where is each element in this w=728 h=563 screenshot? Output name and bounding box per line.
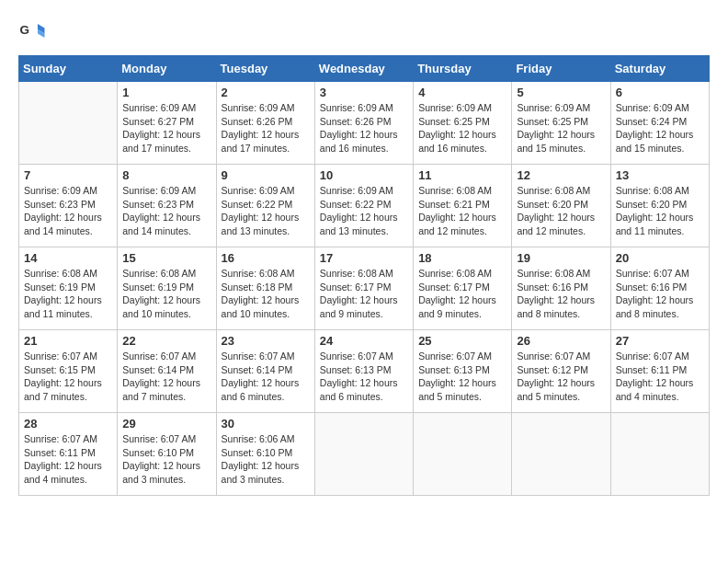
day-number: 8: [122, 168, 210, 182]
calendar-cell: 14Sunrise: 6:08 AMSunset: 6:19 PMDayligh…: [19, 247, 118, 330]
day-number: 29: [122, 417, 210, 431]
calendar: SundayMondayTuesdayWednesdayThursdayFrid…: [18, 55, 710, 496]
day-info: Sunrise: 6:09 AMSunset: 6:23 PMDaylight:…: [122, 184, 210, 238]
day-info: Sunrise: 6:07 AMSunset: 6:13 PMDaylight:…: [418, 350, 506, 404]
day-number: 4: [418, 86, 506, 99]
header: G: [18, 18, 710, 46]
day-info: Sunrise: 6:08 AMSunset: 6:16 PMDaylight:…: [517, 267, 605, 321]
logo-icon: G: [18, 18, 46, 46]
calendar-header-saturday: Saturday: [610, 56, 709, 82]
day-info: Sunrise: 6:09 AMSunset: 6:23 PMDaylight:…: [24, 184, 112, 238]
day-info: Sunrise: 6:09 AMSunset: 6:26 PMDaylight:…: [222, 101, 310, 155]
day-number: 23: [222, 334, 310, 348]
day-number: 20: [616, 251, 704, 265]
calendar-cell: 26Sunrise: 6:07 AMSunset: 6:12 PMDayligh…: [512, 330, 610, 413]
calendar-header-thursday: Thursday: [414, 56, 512, 82]
day-info: Sunrise: 6:08 AMSunset: 6:17 PMDaylight:…: [418, 267, 506, 321]
day-info: Sunrise: 6:08 AMSunset: 6:18 PMDaylight:…: [222, 267, 310, 321]
day-info: Sunrise: 6:08 AMSunset: 6:20 PMDaylight:…: [616, 184, 704, 238]
day-info: Sunrise: 6:08 AMSunset: 6:17 PMDaylight:…: [320, 267, 408, 321]
day-number: 3: [320, 86, 408, 99]
calendar-cell: [414, 413, 512, 496]
day-number: 11: [418, 168, 506, 182]
day-number: 27: [616, 334, 704, 348]
calendar-week-4: 21Sunrise: 6:07 AMSunset: 6:15 PMDayligh…: [19, 330, 710, 413]
calendar-cell: 6Sunrise: 6:09 AMSunset: 6:24 PMDaylight…: [610, 82, 709, 165]
day-info: Sunrise: 6:08 AMSunset: 6:21 PMDaylight:…: [418, 184, 506, 238]
calendar-cell: 10Sunrise: 6:09 AMSunset: 6:22 PMDayligh…: [314, 165, 413, 247]
day-info: Sunrise: 6:07 AMSunset: 6:14 PMDaylight:…: [222, 350, 310, 404]
day-info: Sunrise: 6:07 AMSunset: 6:15 PMDaylight:…: [24, 350, 112, 404]
day-number: 5: [517, 86, 605, 99]
calendar-cell: 2Sunrise: 6:09 AMSunset: 6:26 PMDaylight…: [216, 82, 314, 165]
calendar-week-2: 7Sunrise: 6:09 AMSunset: 6:23 PMDaylight…: [19, 165, 710, 247]
day-number: 6: [616, 86, 704, 99]
day-number: 18: [418, 251, 506, 265]
day-number: 1: [122, 86, 210, 99]
calendar-cell: [512, 413, 610, 496]
day-number: 26: [517, 334, 605, 348]
calendar-cell: 23Sunrise: 6:07 AMSunset: 6:14 PMDayligh…: [216, 330, 314, 413]
calendar-cell: 7Sunrise: 6:09 AMSunset: 6:23 PMDaylight…: [19, 165, 118, 247]
day-number: 16: [222, 251, 310, 265]
day-info: Sunrise: 6:09 AMSunset: 6:26 PMDaylight:…: [320, 101, 408, 155]
calendar-cell: 18Sunrise: 6:08 AMSunset: 6:17 PMDayligh…: [414, 247, 512, 330]
calendar-header-row: SundayMondayTuesdayWednesdayThursdayFrid…: [19, 56, 710, 82]
day-number: 13: [616, 168, 704, 182]
calendar-cell: 17Sunrise: 6:08 AMSunset: 6:17 PMDayligh…: [314, 247, 413, 330]
calendar-cell: 27Sunrise: 6:07 AMSunset: 6:11 PMDayligh…: [610, 330, 709, 413]
calendar-cell: 12Sunrise: 6:08 AMSunset: 6:20 PMDayligh…: [512, 165, 610, 247]
calendar-cell: 30Sunrise: 6:06 AMSunset: 6:10 PMDayligh…: [216, 413, 314, 496]
day-info: Sunrise: 6:07 AMSunset: 6:16 PMDaylight:…: [616, 267, 704, 321]
day-number: 14: [24, 251, 112, 265]
calendar-cell: 3Sunrise: 6:09 AMSunset: 6:26 PMDaylight…: [314, 82, 413, 165]
calendar-cell: 29Sunrise: 6:07 AMSunset: 6:10 PMDayligh…: [118, 413, 216, 496]
calendar-header-tuesday: Tuesday: [216, 56, 314, 82]
day-info: Sunrise: 6:09 AMSunset: 6:24 PMDaylight:…: [616, 101, 704, 155]
svg-text:G: G: [20, 23, 30, 37]
day-info: Sunrise: 6:08 AMSunset: 6:20 PMDaylight:…: [517, 184, 605, 238]
day-number: 10: [320, 168, 408, 182]
day-info: Sunrise: 6:07 AMSunset: 6:12 PMDaylight:…: [517, 350, 605, 404]
calendar-cell: 15Sunrise: 6:08 AMSunset: 6:19 PMDayligh…: [118, 247, 216, 330]
calendar-header-sunday: Sunday: [19, 56, 118, 82]
day-number: 9: [222, 168, 310, 182]
calendar-cell: 19Sunrise: 6:08 AMSunset: 6:16 PMDayligh…: [512, 247, 610, 330]
day-info: Sunrise: 6:08 AMSunset: 6:19 PMDaylight:…: [24, 267, 112, 321]
day-number: 15: [122, 251, 210, 265]
day-info: Sunrise: 6:08 AMSunset: 6:19 PMDaylight:…: [122, 267, 210, 321]
calendar-cell: 1Sunrise: 6:09 AMSunset: 6:27 PMDaylight…: [118, 82, 216, 165]
calendar-cell: 9Sunrise: 6:09 AMSunset: 6:22 PMDaylight…: [216, 165, 314, 247]
calendar-cell: 13Sunrise: 6:08 AMSunset: 6:20 PMDayligh…: [610, 165, 709, 247]
day-number: 2: [222, 86, 310, 99]
calendar-cell: 16Sunrise: 6:08 AMSunset: 6:18 PMDayligh…: [216, 247, 314, 330]
day-number: 17: [320, 251, 408, 265]
calendar-cell: 11Sunrise: 6:08 AMSunset: 6:21 PMDayligh…: [414, 165, 512, 247]
day-number: 22: [122, 334, 210, 348]
calendar-header-monday: Monday: [118, 56, 216, 82]
day-info: Sunrise: 6:07 AMSunset: 6:13 PMDaylight:…: [320, 350, 408, 404]
day-info: Sunrise: 6:09 AMSunset: 6:25 PMDaylight:…: [418, 101, 506, 155]
day-info: Sunrise: 6:07 AMSunset: 6:11 PMDaylight:…: [24, 432, 112, 487]
calendar-cell: 20Sunrise: 6:07 AMSunset: 6:16 PMDayligh…: [610, 247, 709, 330]
calendar-week-1: 1Sunrise: 6:09 AMSunset: 6:27 PMDaylight…: [19, 82, 710, 165]
day-number: 21: [24, 334, 112, 348]
calendar-cell: 22Sunrise: 6:07 AMSunset: 6:14 PMDayligh…: [118, 330, 216, 413]
calendar-cell: 8Sunrise: 6:09 AMSunset: 6:23 PMDaylight…: [118, 165, 216, 247]
calendar-cell: 21Sunrise: 6:07 AMSunset: 6:15 PMDayligh…: [19, 330, 118, 413]
day-info: Sunrise: 6:06 AMSunset: 6:10 PMDaylight:…: [222, 432, 310, 487]
calendar-cell: 24Sunrise: 6:07 AMSunset: 6:13 PMDayligh…: [314, 330, 413, 413]
day-number: 7: [24, 168, 112, 182]
day-number: 28: [24, 417, 112, 431]
calendar-week-5: 28Sunrise: 6:07 AMSunset: 6:11 PMDayligh…: [19, 413, 710, 496]
calendar-week-3: 14Sunrise: 6:08 AMSunset: 6:19 PMDayligh…: [19, 247, 710, 330]
calendar-header-wednesday: Wednesday: [314, 56, 413, 82]
day-number: 25: [418, 334, 506, 348]
calendar-cell: 28Sunrise: 6:07 AMSunset: 6:11 PMDayligh…: [19, 413, 118, 496]
calendar-cell: [610, 413, 709, 496]
day-info: Sunrise: 6:09 AMSunset: 6:25 PMDaylight:…: [517, 101, 605, 155]
day-info: Sunrise: 6:09 AMSunset: 6:22 PMDaylight:…: [222, 184, 310, 238]
calendar-cell: [19, 82, 118, 165]
day-number: 30: [222, 417, 310, 431]
calendar-cell: 5Sunrise: 6:09 AMSunset: 6:25 PMDaylight…: [512, 82, 610, 165]
